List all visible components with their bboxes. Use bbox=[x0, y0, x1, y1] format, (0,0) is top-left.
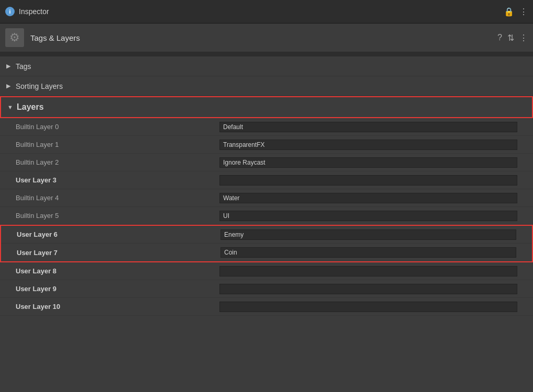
layer-input-6[interactable] bbox=[221, 229, 516, 240]
layer-label-2: Builtin Layer 2 bbox=[16, 158, 219, 166]
layer-label-0: Builtin Layer 0 bbox=[16, 123, 219, 131]
layer-input-3[interactable] bbox=[219, 175, 517, 186]
info-icon: i bbox=[5, 7, 15, 16]
layers-section-header[interactable]: ▼ Layers bbox=[0, 96, 533, 118]
layers-arrow: ▼ bbox=[7, 104, 14, 110]
layer-row-3: User Layer 3 bbox=[0, 171, 533, 189]
layers-list-top: Builtin Layer 0 Builtin Layer 1 Builtin … bbox=[0, 118, 533, 225]
layer-label-8: User Layer 8 bbox=[16, 267, 219, 275]
lock-icon[interactable]: 🔒 bbox=[504, 7, 514, 17]
layer-row-6: User Layer 6 bbox=[1, 226, 532, 244]
sorting-layers-arrow: ▶ bbox=[6, 83, 13, 89]
layer-input-5[interactable] bbox=[219, 211, 517, 221]
sorting-layers-label: Sorting Layers bbox=[16, 82, 63, 90]
layer-row-4: Builtin Layer 4 bbox=[0, 189, 533, 207]
header-row: ⚙ Tags & Layers ? ⇅ ⋮ bbox=[0, 24, 533, 52]
options-icon[interactable]: ⋮ bbox=[519, 33, 528, 43]
layer-row-0: Builtin Layer 0 bbox=[0, 118, 533, 136]
adjust-icon[interactable]: ⇅ bbox=[507, 33, 514, 43]
layer-row-7: User Layer 7 bbox=[1, 244, 532, 261]
layer-input-7[interactable] bbox=[221, 247, 516, 258]
tags-label: Tags bbox=[16, 62, 31, 71]
tags-arrow: ▶ bbox=[6, 63, 13, 70]
gear-icon: ⚙ bbox=[5, 28, 24, 47]
title-bar: i Inspector 🔒 ⋮ bbox=[0, 0, 533, 24]
content-area: ▶ Tags ▶ Sorting Layers ▼ Layers Builtin… bbox=[0, 56, 533, 316]
layer-input-2[interactable] bbox=[219, 157, 517, 168]
layer-label-4: Builtin Layer 4 bbox=[16, 194, 219, 202]
layer-input-8[interactable] bbox=[219, 266, 517, 276]
layer-row-2: Builtin Layer 2 bbox=[0, 154, 533, 171]
layer-input-0[interactable] bbox=[219, 122, 517, 132]
layer-row-1: Builtin Layer 1 bbox=[0, 136, 533, 154]
layer-label-5: Builtin Layer 5 bbox=[16, 212, 219, 220]
layer-input-1[interactable] bbox=[219, 140, 517, 150]
layer-label-1: Builtin Layer 1 bbox=[16, 141, 219, 148]
layer-row-10: User Layer 10 bbox=[0, 298, 533, 316]
sorting-layers-section[interactable]: ▶ Sorting Layers bbox=[0, 76, 533, 96]
layer-input-10[interactable] bbox=[219, 302, 517, 312]
divider bbox=[0, 52, 533, 56]
layer-label-3: User Layer 3 bbox=[16, 176, 219, 184]
layer-row-9: User Layer 9 bbox=[0, 280, 533, 298]
layers-label: Layers bbox=[17, 102, 44, 112]
menu-icon[interactable]: ⋮ bbox=[519, 7, 528, 17]
layer-label-10: User Layer 10 bbox=[16, 303, 219, 310]
help-icon[interactable]: ? bbox=[497, 33, 502, 42]
layer-row-8: User Layer 8 bbox=[0, 262, 533, 280]
layer-input-4[interactable] bbox=[219, 193, 517, 203]
panel-title: Tags & Layers bbox=[30, 33, 80, 42]
layer-label-6: User Layer 6 bbox=[17, 230, 221, 238]
layers-list-bottom: User Layer 8 User Layer 9 User Layer 10 bbox=[0, 262, 533, 316]
tags-section[interactable]: ▶ Tags bbox=[0, 56, 533, 76]
window-title: Inspector bbox=[19, 7, 49, 16]
highlighted-layers-group: User Layer 6 User Layer 7 bbox=[0, 225, 533, 262]
layer-input-9[interactable] bbox=[219, 284, 517, 294]
layer-label-7: User Layer 7 bbox=[17, 249, 221, 257]
layer-label-9: User Layer 9 bbox=[16, 285, 219, 293]
layer-row-5: Builtin Layer 5 bbox=[0, 207, 533, 225]
